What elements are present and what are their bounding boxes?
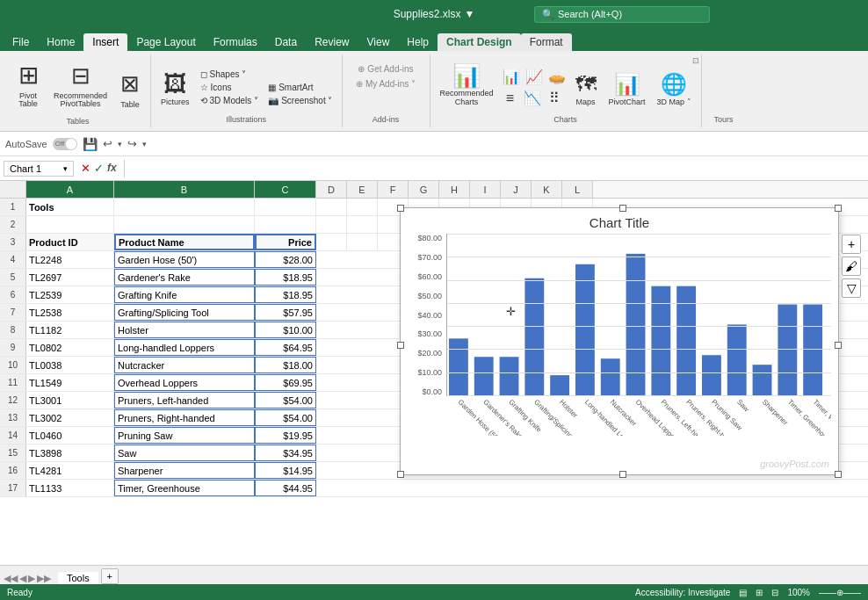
tab-format[interactable]: Format <box>521 33 572 51</box>
formula-cancel[interactable]: ✕ <box>81 162 90 175</box>
my-addins-button[interactable]: ⊕ My Add-ins ˅ <box>352 78 419 90</box>
cell-c8[interactable]: $10.00 <box>255 322 316 338</box>
cell-b13[interactable]: Pruners, Right-handed <box>114 409 255 426</box>
redo-icon[interactable]: ↪ <box>127 137 137 150</box>
name-box[interactable]: Chart 1 ▾ <box>4 161 74 177</box>
save-icon[interactable]: 💾 <box>83 137 98 151</box>
cell-b15[interactable]: Saw <box>114 445 255 461</box>
cell-d3[interactable] <box>316 234 347 250</box>
view-normal[interactable]: ▤ <box>739 588 747 597</box>
cell-b17[interactable]: Timer, Greenhouse <box>114 480 255 496</box>
cell-b14[interactable]: Pruning Saw <box>114 427 255 444</box>
3d-map-button[interactable]: 🌐 3D Map ˅ <box>653 69 696 110</box>
cell-b11[interactable]: Overhead Loppers <box>114 374 255 391</box>
cell-b16[interactable]: Sharpener <box>114 462 255 479</box>
cell-c14[interactable]: $19.95 <box>255 427 316 444</box>
cell-a6[interactable]: TL2539 <box>26 286 114 303</box>
cell-c4[interactable]: $28.00 <box>255 251 316 268</box>
cell-b12[interactable]: Pruners, Left-handed <box>114 392 255 408</box>
recommended-charts-button[interactable]: 📊 RecommendedCharts <box>436 60 498 110</box>
bar-grafting-knife[interactable] <box>500 357 519 395</box>
add-sheet-button[interactable]: + <box>101 568 119 584</box>
cell-a2[interactable] <box>26 216 114 233</box>
title-dropdown[interactable]: ▼ <box>464 8 474 20</box>
zoom-slider[interactable]: ——⊕—— <box>819 588 861 597</box>
pie-chart-button[interactable]: 🥧 <box>546 67 568 87</box>
handle-mr[interactable] <box>835 342 842 349</box>
cell-b8[interactable]: Holster <box>114 322 255 338</box>
cell-b10[interactable]: Nutcracker <box>114 357 255 373</box>
cell-c6[interactable]: $18.95 <box>255 286 316 303</box>
cell-e3[interactable] <box>347 234 378 250</box>
tab-data[interactable]: Data <box>266 33 306 51</box>
tab-view[interactable]: View <box>358 33 399 51</box>
cell-b3[interactable]: Product Name <box>114 234 255 250</box>
sheet-nav-next[interactable]: ▶ <box>28 573 35 584</box>
cell-b4[interactable]: Garden Hose (50') <box>114 251 255 268</box>
view-page-break[interactable]: ⊟ <box>771 588 778 597</box>
sheet-nav-last[interactable]: ▶▶ <box>37 573 51 584</box>
3d-models-button[interactable]: ⟲ 3D Models ˅ <box>197 95 263 106</box>
cell-a15[interactable]: TL3898 <box>26 445 114 461</box>
name-box-dropdown[interactable]: ▾ <box>63 164 68 173</box>
cell-a13[interactable]: TL3002 <box>26 409 114 426</box>
col-header-c[interactable]: C <box>255 181 316 198</box>
formula-confirm[interactable]: ✓ <box>94 162 104 175</box>
cell-a11[interactable]: TL1549 <box>26 374 114 391</box>
cell-a4[interactable]: TL2248 <box>26 251 114 268</box>
bar-timer-watering[interactable] <box>803 305 822 395</box>
bar-grafting-tool[interactable] <box>524 278 544 395</box>
view-layout[interactable]: ⊞ <box>756 588 763 597</box>
cell-d2[interactable] <box>316 216 347 233</box>
column-chart-button[interactable]: 📊 <box>501 67 522 87</box>
handle-tl[interactable] <box>397 205 404 212</box>
get-addins-button[interactable]: ⊕ Get Add-ins <box>354 63 416 75</box>
maps-button[interactable]: 🗺 Maps <box>570 69 602 110</box>
chart-filters-button[interactable]: ▽ <box>842 278 861 298</box>
handle-tr[interactable] <box>835 205 842 212</box>
chart-styles-button[interactable]: 🖌 <box>842 257 861 276</box>
shapes-button[interactable]: ◻ Shapes ˅ <box>197 69 263 80</box>
icons-button[interactable]: ☆ Icons <box>197 82 263 93</box>
col-header-l[interactable]: L <box>562 181 593 198</box>
cell-a9[interactable]: TL0802 <box>26 339 114 356</box>
smartart-button[interactable]: ▦ SmartArt <box>264 82 336 93</box>
cell-a10[interactable]: TL0038 <box>26 357 114 373</box>
cell-a8[interactable]: TL1182 <box>26 322 114 338</box>
sheet-nav-prev[interactable]: ◀ <box>19 573 26 584</box>
tab-insert[interactable]: Insert <box>83 33 127 51</box>
cell-c2[interactable] <box>255 216 316 233</box>
col-header-f[interactable]: F <box>378 181 409 198</box>
bar-long-loppers[interactable] <box>575 264 595 395</box>
cell-c9[interactable]: $64.95 <box>255 339 316 356</box>
chart-container[interactable]: Chart Title $0.00 $10.00 $20.00 $30.00 $… <box>400 207 839 475</box>
tab-chart-design[interactable]: Chart Design <box>438 33 521 51</box>
cell-a1[interactable]: Tools <box>26 199 114 215</box>
formula-fx[interactable]: fx <box>107 162 117 175</box>
tab-page-layout[interactable]: Page Layout <box>127 33 204 51</box>
cell-a7[interactable]: TL2538 <box>26 304 114 321</box>
pivot-chart-button[interactable]: 📊 PivotChart <box>604 69 650 110</box>
scatter-chart-button[interactable]: ⠿ <box>545 88 564 108</box>
col-header-a[interactable]: A <box>26 181 114 198</box>
handle-ml[interactable] <box>397 342 404 349</box>
col-header-b[interactable]: B <box>114 181 255 198</box>
handle-tc[interactable] <box>619 205 626 212</box>
tab-file[interactable]: File <box>4 33 38 51</box>
col-header-k[interactable]: K <box>532 181 562 198</box>
pivot-table-button[interactable]: ⊞ PivotTable <box>11 58 46 112</box>
screenshot-button[interactable]: 📷 Screenshot ˅ <box>264 95 336 106</box>
bar-chart-button[interactable]: ≡ <box>501 88 520 108</box>
chart-title[interactable]: Chart Title <box>401 208 838 234</box>
cell-c16[interactable]: $14.95 <box>255 462 316 479</box>
search-box[interactable]: 🔍 Search (Alt+Q) <box>534 6 710 23</box>
col-header-h[interactable]: H <box>439 181 470 198</box>
cell-a12[interactable]: TL3001 <box>26 392 114 408</box>
cell-c11[interactable]: $69.95 <box>255 374 316 391</box>
bar-pruners-right[interactable] <box>676 286 696 395</box>
col-header-g[interactable]: G <box>409 181 439 198</box>
bar-garden-hose[interactable] <box>449 338 468 395</box>
tab-home[interactable]: Home <box>38 33 83 51</box>
cell-a5[interactable]: TL2697 <box>26 269 114 286</box>
tab-review[interactable]: Review <box>306 33 358 51</box>
